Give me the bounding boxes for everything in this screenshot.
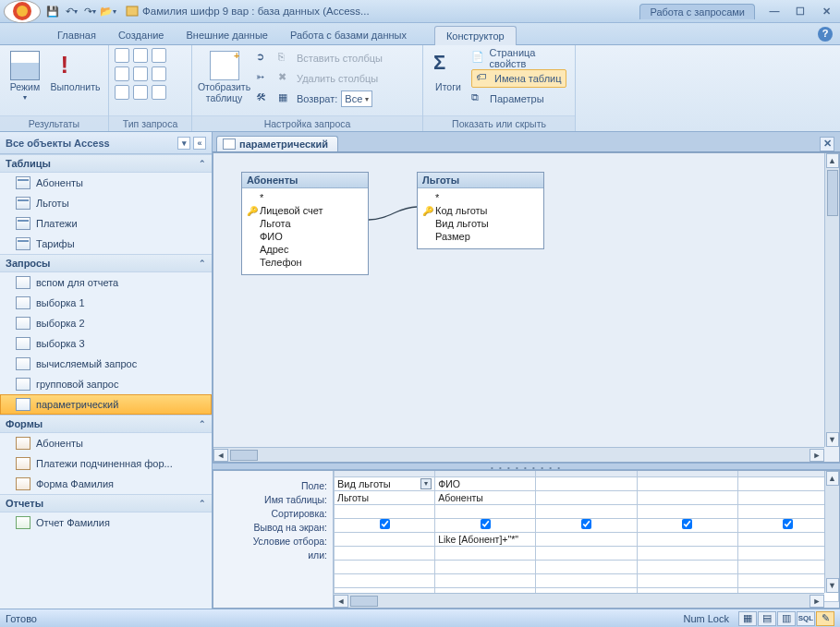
sql-view-button[interactable]: SQL <box>797 611 815 626</box>
pivottable-view-button[interactable]: ▤ <box>758 611 776 626</box>
tab-external-data[interactable]: Внешние данные <box>176 26 279 44</box>
field-row[interactable]: ФИО <box>247 230 363 243</box>
nav-section-queries[interactable]: Запросы⌃ <box>0 254 212 272</box>
table-names-button[interactable]: 🏷Имена таблиц <box>471 68 573 89</box>
nav-item[interactable]: групповой запрос <box>0 374 212 394</box>
query-icon <box>16 378 30 391</box>
update-query-icon[interactable] <box>115 66 129 81</box>
nav-item[interactable]: выборка 3 <box>0 333 212 354</box>
nav-section-tables[interactable]: Таблицы⌃ <box>0 154 212 173</box>
nav-item[interactable]: Льготы <box>0 193 212 213</box>
append-query-icon[interactable] <box>152 48 166 63</box>
design-view-button[interactable]: ✎ <box>816 611 834 626</box>
run-button[interactable]: ! Выполнить <box>48 48 103 96</box>
field-row[interactable]: Вид льготы <box>422 217 539 230</box>
query-icon <box>16 398 30 411</box>
passthrough-query-icon[interactable] <box>133 85 148 100</box>
nav-header[interactable]: Все объекты Access ▾« <box>0 132 212 154</box>
field-row[interactable]: Льгота <box>247 217 363 230</box>
show-checkbox[interactable] <box>581 519 591 529</box>
diagram-pane[interactable]: Абоненты *🔑Лицевой счетЛьготаФИОАдресТел… <box>213 152 840 463</box>
open-icon[interactable]: 📂▾ <box>100 3 116 19</box>
tab-create[interactable]: Создание <box>107 26 176 44</box>
field-dropdown[interactable]: ▾ <box>420 478 432 489</box>
diagram-hscroll[interactable]: ◄► <box>213 447 824 462</box>
show-table-button[interactable]: Отобразить таблицу <box>198 48 250 106</box>
crosstab-query-icon[interactable] <box>133 66 148 81</box>
field-row[interactable]: Адрес <box>247 243 363 256</box>
nav-item[interactable]: Платежи <box>0 213 212 234</box>
ribbon: Режим▾ ! Выполнить Результаты Тип запр <box>0 45 840 132</box>
nav-item[interactable]: Абоненты <box>0 433 212 453</box>
query-icon <box>16 296 30 309</box>
datadef-query-icon[interactable] <box>152 85 166 100</box>
delete-columns-button[interactable]: ✖Удалить столбцы <box>278 68 417 89</box>
close-button[interactable]: ✕ <box>816 6 836 18</box>
show-checkbox[interactable] <box>380 519 390 529</box>
pane-splitter[interactable]: • • • • • • • • • <box>213 463 840 470</box>
window-controls: — ☐ ✕ <box>764 6 836 18</box>
qbe-grid: Поле: Имя таблицы: Сортировка: Вывод на … <box>213 470 840 609</box>
delete-rows-button[interactable]: ➳ <box>256 68 271 89</box>
nav-section-forms[interactable]: Формы⌃ <box>0 415 212 433</box>
table-box-abonents[interactable]: Абоненты *🔑Лицевой счетЛьготаФИОАдресТел… <box>241 172 369 275</box>
status-numlock: Num Lock <box>683 613 729 624</box>
help-icon[interactable]: ? <box>818 27 833 42</box>
return-combo[interactable]: Все▾ <box>341 90 372 107</box>
union-query-icon[interactable] <box>115 85 129 100</box>
nav-item[interactable]: вспом для отчета <box>0 272 212 293</box>
totals-button[interactable]: Σ Итоги <box>429 48 468 96</box>
undo-icon[interactable]: ↶▾ <box>63 3 79 19</box>
builder-button[interactable]: 🛠 <box>256 89 271 109</box>
nav-item[interactable]: Тарифы <box>0 234 212 254</box>
nav-item[interactable]: выборка 2 <box>0 313 212 333</box>
maximize-button[interactable]: ☐ <box>790 6 810 18</box>
field-row[interactable]: 🔑Лицевой счет <box>247 204 363 217</box>
select-query-icon[interactable] <box>115 48 129 63</box>
nav-item[interactable]: Форма Фамилия <box>0 474 212 494</box>
tab-database-tools[interactable]: Работа с базами данных <box>279 26 418 44</box>
office-button[interactable] <box>4 0 41 23</box>
field-row[interactable]: Телефон <box>247 256 363 269</box>
tab-design[interactable]: Конструктор <box>434 26 517 45</box>
redo-icon[interactable]: ↷▾ <box>81 3 98 19</box>
make-table-icon[interactable] <box>133 48 148 63</box>
document-close-button[interactable]: ✕ <box>820 137 834 151</box>
nav-item[interactable]: Абоненты <box>0 173 212 193</box>
pivotchart-view-button[interactable]: ▥ <box>777 611 796 626</box>
property-sheet-button[interactable]: 📄Страница свойств <box>471 48 573 68</box>
nav-item[interactable]: вычисляемый запрос <box>0 354 212 374</box>
delete-query-icon[interactable] <box>152 66 166 81</box>
field-row[interactable]: 🔑Код льготы <box>422 204 539 217</box>
view-shortcuts: ▦ ▤ ▥ SQL ✎ <box>738 611 834 626</box>
tab-home[interactable]: Главная <box>46 26 107 44</box>
qbe-columns[interactable]: Вид льготы▾ФИОЛьготыАбонентыLike [Абонен… <box>334 471 839 608</box>
minimize-button[interactable]: — <box>764 6 785 18</box>
diagram-vscroll[interactable]: ▲▼ <box>824 153 839 447</box>
nav-item[interactable]: Платежи подчиненная фор... <box>0 453 212 474</box>
nav-item[interactable]: Отчет Фамилия <box>0 512 212 533</box>
field-row[interactable]: Размер <box>422 230 539 243</box>
qbe-row-labels: Поле: Имя таблицы: Сортировка: Вывод на … <box>213 471 334 608</box>
field-row[interactable]: * <box>422 191 539 204</box>
qbe-hscroll[interactable]: ◄► <box>334 593 824 608</box>
field-row[interactable]: * <box>247 191 363 204</box>
parameters-button[interactable]: ⧉Параметры <box>471 89 573 109</box>
nav-section-reports[interactable]: Отчеты⌃ <box>0 494 212 512</box>
qbe-vscroll[interactable]: ▲▼ <box>824 471 839 593</box>
insert-rows-button[interactable]: ➲ <box>256 48 271 68</box>
insert-columns-button[interactable]: ⎘Вставить столбцы <box>278 48 417 68</box>
save-icon[interactable]: 💾 <box>44 3 61 19</box>
show-checkbox[interactable] <box>783 519 793 529</box>
view-button[interactable]: Режим▾ <box>6 48 44 104</box>
datasheet-view-button[interactable]: ▦ <box>738 611 757 626</box>
nav-item[interactable]: параметрический <box>0 394 212 415</box>
document-tab[interactable]: параметрический <box>216 136 338 151</box>
show-checkbox[interactable] <box>682 519 692 529</box>
table-box-lgoty[interactable]: Льготы *🔑Код льготыВид льготыРазмер <box>417 172 544 249</box>
nav-filter-icon[interactable]: ▾ <box>177 137 190 150</box>
quick-access-toolbar: 💾 ↶▾ ↷▾ 📂▾ <box>44 3 116 19</box>
show-checkbox[interactable] <box>481 519 491 529</box>
nav-collapse-icon[interactable]: « <box>193 137 206 150</box>
nav-item[interactable]: выборка 1 <box>0 293 212 313</box>
